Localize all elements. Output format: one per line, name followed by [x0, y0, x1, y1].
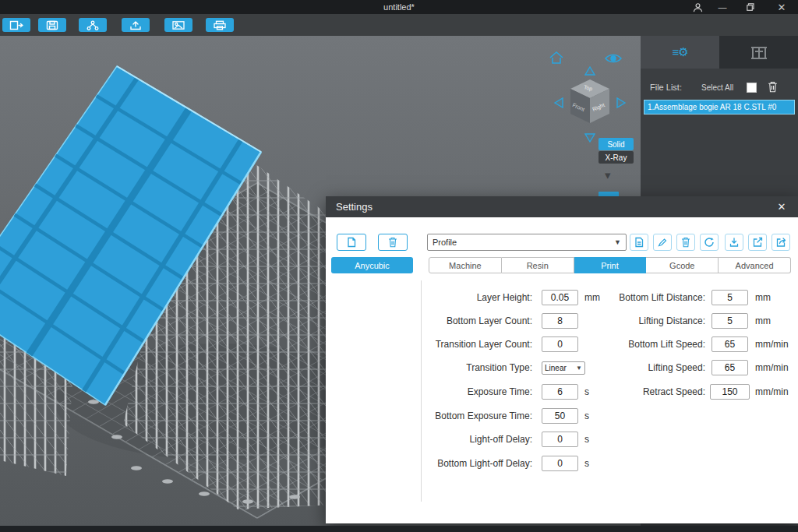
field-label: Layer Height:	[326, 290, 532, 305]
field-unit: mm	[755, 313, 771, 329]
rotate-down-arrow	[585, 134, 595, 142]
settings-tabs: Machine Resin Print Gcode Advanced	[429, 257, 791, 273]
field-label: Bottom Exposure Time:	[326, 408, 532, 424]
field-label: Bottom Lift Distance:	[552, 290, 705, 305]
pencil-icon	[657, 237, 668, 248]
light-off-delay-input[interactable]	[542, 432, 578, 447]
field-label: Light-off Delay:	[326, 432, 532, 447]
bottom-light-off-delay-input[interactable]	[542, 456, 578, 471]
add-support-button[interactable]	[79, 18, 107, 32]
save-profile-button[interactable]	[630, 234, 648, 251]
account-icon[interactable]	[689, 0, 706, 14]
delete-files-icon[interactable]	[768, 81, 778, 96]
document-icon	[634, 237, 644, 248]
panel-tab-settings[interactable]: ≡⚙	[641, 36, 719, 69]
trash-icon	[388, 237, 397, 248]
field-unit: mm/min	[755, 336, 789, 352]
refresh-profile-button[interactable]	[700, 234, 719, 251]
profile-select[interactable]: Profile ▼	[427, 234, 627, 251]
share-icon	[775, 237, 786, 248]
open-file-button[interactable]	[2, 18, 30, 32]
lifting-distance-input[interactable]	[711, 313, 748, 329]
retract-speed-input[interactable]	[710, 384, 750, 400]
minimize-button[interactable]: —	[714, 0, 731, 14]
import-icon	[729, 237, 740, 248]
settings-dialog-title: Settings	[326, 196, 798, 217]
tab-machine[interactable]: Machine	[429, 257, 502, 273]
brand-anycubic-button[interactable]: Anycubic	[331, 257, 413, 273]
share-profile-button[interactable]	[772, 234, 790, 251]
window-title: untitled*	[0, 0, 798, 14]
field-label: Bottom Light-off Delay:	[326, 456, 532, 471]
export-profile-button[interactable]	[748, 234, 767, 251]
lifting-speed-input[interactable]	[711, 360, 748, 375]
new-profile-button[interactable]	[337, 234, 366, 251]
titlebar: untitled* — ✕	[0, 0, 798, 14]
save-file-button[interactable]	[38, 18, 66, 32]
screenshot-button[interactable]	[164, 18, 192, 32]
field-label: Bottom Lift Speed:	[552, 336, 705, 352]
field-label: Transition Layer Count:	[326, 336, 532, 352]
main-toolbar	[0, 14, 798, 36]
maximize-button[interactable]	[742, 0, 759, 14]
select-all-label: Select All	[701, 83, 733, 92]
import-profile-button[interactable]	[725, 234, 743, 251]
field-label: Retract Speed:	[552, 384, 705, 400]
bottom-lift-distance-input[interactable]	[711, 290, 748, 305]
slice-upload-button[interactable]	[122, 18, 150, 32]
settings-dialog: Settings ✕ Profile ▼ Anycubic Machine Re…	[326, 196, 798, 523]
print-button[interactable]	[206, 18, 234, 32]
panel-tab-printer[interactable]	[719, 36, 798, 69]
chevron-down-icon[interactable]: ▾	[605, 168, 611, 182]
field-unit: mm/min	[755, 384, 789, 400]
settings-close-button[interactable]: ✕	[773, 196, 790, 217]
tab-advanced[interactable]: Advanced	[719, 257, 791, 273]
trash-icon	[681, 237, 690, 248]
chevron-down-icon: ▼	[614, 238, 621, 246]
profile-select-value: Profile	[433, 238, 457, 247]
field-unit: mm	[755, 290, 771, 305]
delete-profile-button[interactable]	[378, 234, 408, 251]
file-list-item[interactable]: 1.Assemblage bogie AR 18 C.STL #0	[644, 100, 795, 115]
rotate-right-arrow	[617, 98, 625, 107]
bottom-bar	[0, 526, 798, 532]
bottom-exposure-time-input[interactable]	[542, 408, 578, 424]
file-list-label: File List:	[650, 83, 682, 92]
solid-view-button[interactable]: Solid	[598, 138, 634, 150]
field-label: Lifting Speed:	[552, 360, 705, 375]
field-unit: s	[584, 456, 589, 471]
rotate-left-arrow	[555, 98, 563, 107]
list-gear-icon: ≡⚙	[672, 45, 687, 59]
refresh-icon	[704, 237, 715, 248]
tab-resin[interactable]: Resin	[502, 257, 574, 273]
rename-profile-button[interactable]	[653, 234, 672, 251]
field-unit: s	[584, 408, 589, 424]
field-unit: mm/min	[755, 360, 789, 375]
export-icon	[752, 237, 763, 248]
field-unit: s	[584, 432, 589, 447]
select-all-checkbox[interactable]	[747, 83, 757, 93]
field-label: Lifting Distance:	[552, 313, 705, 329]
bottom-lift-speed-input[interactable]	[711, 336, 748, 352]
field-label: Bottom Layer Count:	[326, 313, 532, 329]
field-label: Exposure Time:	[326, 384, 532, 400]
close-window-button[interactable]: ✕	[773, 0, 790, 14]
printer-pillars-icon	[750, 45, 768, 59]
rotate-up-arrow	[585, 67, 595, 75]
field-label: Transition Type:	[326, 360, 532, 375]
tab-gcode[interactable]: Gcode	[646, 257, 719, 273]
new-document-icon	[346, 237, 357, 248]
xray-view-button[interactable]: X-Ray	[598, 151, 634, 164]
delete-profile-entry-button[interactable]	[676, 234, 695, 251]
tab-print[interactable]: Print	[574, 257, 647, 273]
